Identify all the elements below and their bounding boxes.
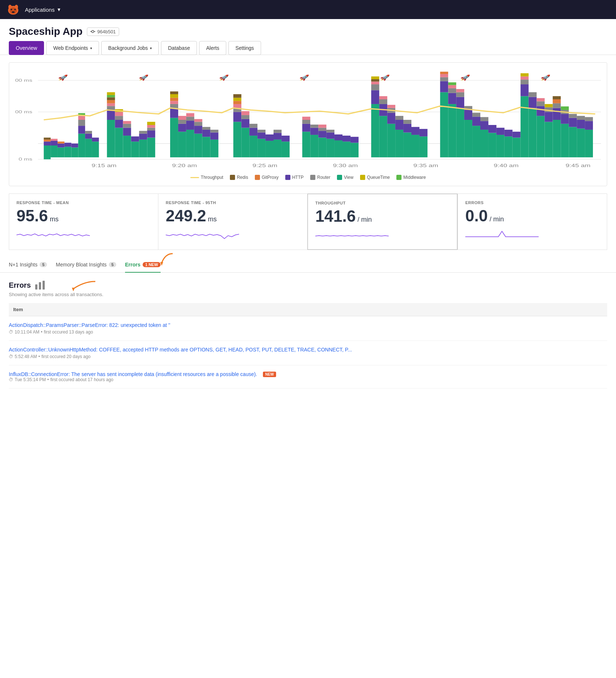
- svg-rect-48: [107, 120, 115, 157]
- svg-rect-159: [395, 120, 403, 130]
- svg-rect-229: [577, 116, 585, 120]
- svg-rect-51: [107, 103, 115, 106]
- metric-label: ERRORS: [465, 200, 600, 205]
- svg-rect-37: [72, 144, 78, 148]
- svg-text:0 ms: 0 ms: [19, 157, 32, 162]
- legend-http: HTTP: [285, 175, 304, 180]
- tab-overview[interactable]: Overview: [9, 41, 44, 55]
- svg-rect-117: [265, 141, 274, 157]
- svg-point-6: [12, 11, 15, 13]
- page-header: Spaceship App 964b501: [0, 19, 616, 41]
- svg-rect-199: [521, 96, 529, 157]
- commit-hash: 964b501: [97, 29, 116, 34]
- new-badge: NEW: [263, 372, 276, 377]
- svg-rect-123: [282, 136, 290, 141]
- svg-rect-33: [58, 141, 65, 143]
- svg-rect-219: [553, 96, 561, 99]
- table-row: ActionController::UnknownHttpMethod: COF…: [9, 341, 607, 365]
- svg-rect-50: [107, 106, 115, 110]
- svg-rect-57: [115, 120, 123, 128]
- svg-rect-215: [553, 120, 561, 157]
- svg-rect-49: [107, 110, 115, 120]
- svg-rect-145: [371, 90, 379, 104]
- svg-rect-25: [44, 141, 51, 145]
- tab-errors[interactable]: Errors 1 NEW: [125, 257, 161, 273]
- svg-rect-242: [39, 282, 41, 290]
- svg-rect-114: [257, 139, 265, 158]
- svg-rect-168: [440, 92, 448, 158]
- svg-rect-177: [448, 82, 456, 85]
- svg-rect-226: [569, 114, 577, 118]
- sparkline-chart: [16, 228, 90, 242]
- n1-badge: 5: [40, 262, 47, 267]
- svg-rect-66: [131, 136, 139, 141]
- svg-rect-32: [58, 144, 65, 148]
- svg-rect-26: [44, 140, 51, 141]
- table-row: ActionDispatch::ParamsParser::ParseError…: [9, 316, 607, 341]
- tab-background-jobs[interactable]: Background Jobs ▾: [101, 41, 159, 55]
- svg-rect-65: [131, 141, 139, 157]
- chevron-down-icon: ▾: [90, 46, 92, 50]
- rollbar-icon: [34, 280, 45, 290]
- svg-rect-85: [178, 116, 186, 120]
- svg-rect-64: [123, 121, 131, 124]
- error-link-1[interactable]: ActionDispatch::ParamsParser::ParseError…: [9, 322, 607, 328]
- clock-icon: ⏱: [9, 354, 13, 359]
- svg-rect-162: [403, 124, 411, 133]
- svg-rect-30: [51, 139, 58, 141]
- error-link-2[interactable]: ActionController::UnknownHttpMethod: COF…: [9, 347, 607, 353]
- svg-rect-97: [210, 140, 219, 157]
- svg-rect-216: [553, 108, 561, 120]
- tab-web-endpoints[interactable]: Web Endpoints ▾: [46, 41, 99, 55]
- chart-legend: Throughput Redis GitProxy HTTP Router Vi…: [15, 175, 601, 180]
- tab-settings[interactable]: Settings: [228, 41, 261, 55]
- svg-rect-53: [107, 97, 115, 100]
- svg-rect-138: [334, 140, 342, 157]
- performance-chart: 200 ms 100 ms 0 ms 🚀 🚀 🚀 🚀 🚀 🚀 🚀: [9, 62, 607, 186]
- tab-database[interactable]: Database: [161, 41, 197, 55]
- metric-throughput: THROUGHPUT 141.6 / min: [307, 194, 458, 250]
- svg-rect-161: [403, 132, 411, 157]
- svg-rect-209: [537, 101, 545, 106]
- svg-rect-178: [456, 108, 464, 158]
- svg-rect-143: [351, 137, 359, 143]
- svg-rect-130: [310, 125, 318, 128]
- svg-rect-111: [249, 136, 257, 157]
- svg-rect-208: [537, 106, 545, 116]
- svg-text:🚀: 🚀: [460, 74, 470, 81]
- svg-rect-118: [265, 135, 274, 141]
- svg-rect-228: [577, 120, 585, 129]
- svg-rect-122: [282, 141, 290, 157]
- svg-rect-47: [92, 137, 99, 141]
- svg-marker-244: [72, 288, 75, 291]
- error-link-3[interactable]: InfluxDB::ConnectionError: The server ha…: [9, 371, 257, 377]
- http-color-icon: [285, 175, 290, 180]
- svg-rect-186: [472, 117, 480, 126]
- svg-text:9:35 am: 9:35 am: [413, 163, 438, 168]
- app-selector[interactable]: Applications ▾: [25, 6, 60, 13]
- tab-alerts[interactable]: Alerts: [199, 41, 226, 55]
- insights-tabs: N+1 Insights 5 Memory Bloat Insights 5 E…: [0, 257, 616, 273]
- chevron-down-icon: ▾: [150, 46, 152, 50]
- metric-value: 0.0 / min: [465, 208, 600, 224]
- svg-rect-87: [186, 121, 194, 130]
- svg-rect-201: [521, 80, 529, 84]
- logo[interactable]: [6, 2, 21, 17]
- legend-throughput: Throughput: [190, 175, 223, 180]
- queuetime-color-icon: [360, 175, 365, 180]
- sparkline-chart: [315, 228, 389, 243]
- svg-rect-129: [310, 128, 318, 135]
- svg-rect-71: [147, 130, 155, 137]
- svg-rect-170: [440, 77, 448, 81]
- commit-badge[interactable]: 964b501: [87, 27, 119, 36]
- svg-rect-147: [371, 82, 379, 85]
- svg-rect-109: [241, 115, 249, 119]
- svg-rect-139: [334, 135, 342, 140]
- tab-memory-bloat[interactable]: Memory Bloat Insights 5: [56, 257, 116, 273]
- svg-rect-221: [561, 114, 569, 124]
- svg-text:9:25 am: 9:25 am: [253, 163, 278, 168]
- svg-text:🚀: 🚀: [541, 74, 551, 81]
- clock-icon: ⏱: [9, 329, 13, 335]
- tab-n1-insights[interactable]: N+1 Insights 5: [9, 257, 47, 273]
- svg-rect-73: [147, 125, 155, 128]
